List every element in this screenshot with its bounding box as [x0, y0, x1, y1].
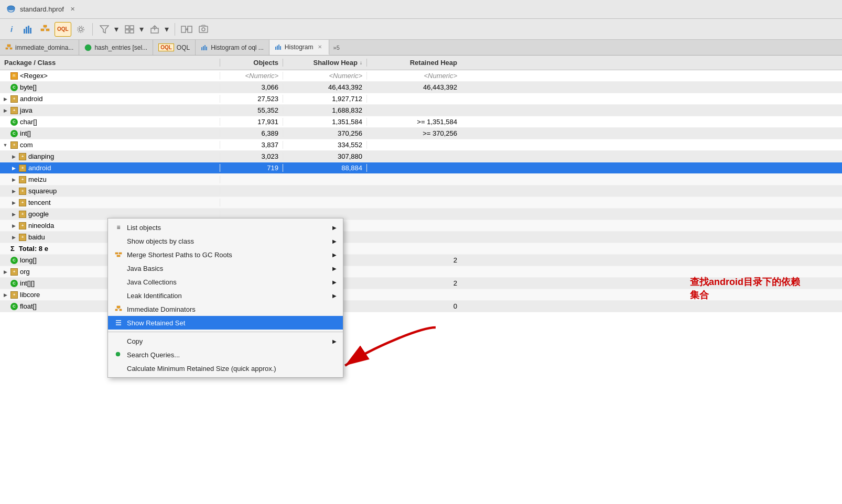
svg-rect-35: [115, 253, 118, 254]
expand-btn[interactable]: ▼: [2, 142, 8, 148]
col-header-shallow[interactable]: Shallow Heap ↓: [283, 59, 367, 67]
icon-package: +: [19, 222, 26, 229]
expand-btn[interactable]: ▶: [10, 234, 17, 240]
menu-item-leak-identification[interactable]: Leak Identification ▶: [108, 289, 343, 302]
expand-btn[interactable]: ▶: [2, 107, 8, 114]
table-row[interactable]: ▶ + tencent: [0, 197, 842, 209]
cell-objects: <Numeric>: [220, 72, 283, 80]
menu-arrow: ▶: [332, 252, 337, 258]
menu-icon-list: ≡: [114, 223, 123, 232]
cell-shallow: 1,688,832: [283, 106, 367, 114]
cell-objects: 55,352: [220, 106, 283, 114]
expand-btn[interactable]: ▶: [10, 223, 17, 229]
menu-label-show-retained: Show Retained Set: [127, 319, 185, 327]
menu-label-show-by-class: Show objects by class: [127, 237, 194, 245]
separator-1: [92, 23, 93, 36]
compare-button[interactable]: [179, 22, 194, 37]
cell-package: ▶ + java: [0, 106, 220, 114]
table-row[interactable]: ▶ + dianping 3,023 307,880: [0, 151, 842, 162]
expand-btn[interactable]: ▶: [10, 188, 17, 194]
export-button[interactable]: [147, 22, 162, 37]
tab-dominator-label: immediate_domina...: [15, 44, 73, 51]
view-button[interactable]: [122, 22, 137, 37]
filter-dropdown[interactable]: ▾: [113, 22, 120, 37]
expand-btn[interactable]: ▶: [2, 96, 8, 102]
icon-package: +: [19, 165, 26, 172]
table-row[interactable]: C int[] 6,389 370,256 >= 370,256: [0, 128, 842, 139]
title-close[interactable]: ✕: [68, 5, 77, 14]
snapshot-button[interactable]: [196, 22, 211, 37]
svg-rect-31: [275, 47, 276, 50]
menu-item-copy[interactable]: Copy ▶: [108, 334, 343, 348]
menu-icon-leak: [114, 291, 123, 300]
col-header-retained[interactable]: Retained Heap: [367, 59, 461, 67]
icon-class-green: C: [10, 280, 18, 287]
tabs-bar: immediate_domina... hash_entries [sel...…: [0, 40, 842, 56]
expand-btn[interactable]: ▶: [2, 292, 8, 298]
col-header-objects[interactable]: Objects: [220, 59, 283, 67]
table-row[interactable]: ▶ + java 55,352 1,688,832: [0, 105, 842, 116]
menu-item-calc-retained[interactable]: Calculate Minimum Retained Size (quick a…: [108, 361, 343, 375]
tab-histogram-oql[interactable]: Histogram of oql ...: [196, 40, 269, 55]
oql-button[interactable]: OQL: [55, 22, 71, 37]
table-row[interactable]: ▼ + com 3,837 334,552: [0, 139, 842, 151]
table-row[interactable]: C char[] 17,931 1,351,584 >= 1,351,584: [0, 116, 842, 128]
svg-rect-32: [277, 46, 278, 50]
tab-histogram-close[interactable]: ✕: [316, 43, 323, 50]
tab-hash[interactable]: hash_entries [sel...: [79, 40, 153, 55]
dominator-button[interactable]: [38, 22, 52, 37]
menu-item-list-objects[interactable]: ≡ List objects ▶: [108, 221, 343, 234]
svg-rect-37: [117, 255, 120, 257]
table-row[interactable]: C byte[] 3,066 46,443,392 46,443,392: [0, 82, 842, 93]
expand-btn[interactable]: ▶: [2, 269, 8, 275]
menu-item-immediate-dominators[interactable]: Immediate Dominators: [108, 302, 343, 316]
title-filename: standard.hprof: [20, 5, 64, 13]
svg-rect-18: [181, 26, 186, 32]
svg-rect-6: [44, 25, 47, 27]
cell-shallow: 334,552: [283, 141, 367, 149]
menu-arrow: ▶: [332, 338, 337, 344]
cell-shallow: 46,443,392: [283, 83, 367, 91]
svg-rect-34: [280, 46, 281, 50]
cell-retained: >= 370,256: [367, 129, 461, 137]
expand-btn[interactable]: ▶: [10, 154, 17, 160]
menu-item-java-basics[interactable]: Java Basics ▶: [108, 261, 343, 275]
view-dropdown[interactable]: ▾: [138, 22, 145, 37]
svg-rect-22: [7, 45, 10, 47]
menu-item-java-collections[interactable]: Java Collections ▶: [108, 275, 343, 289]
table-row[interactable]: ▶ + squareup: [0, 185, 842, 197]
histogram-button[interactable]: [21, 22, 36, 37]
tab-dominator[interactable]: immediate_domina...: [0, 40, 79, 55]
expand-btn[interactable]: ▶: [10, 211, 17, 217]
expand-btn[interactable]: ▶: [10, 177, 17, 183]
tab-oql[interactable]: OQL OQL: [153, 40, 196, 55]
svg-marker-12: [100, 26, 109, 33]
tab-more[interactable]: »5: [329, 40, 344, 55]
table-header: Package / Class Objects Shallow Heap ↓ R…: [0, 56, 842, 70]
tab-histogram[interactable]: Histogram ✕: [269, 40, 329, 55]
cell-objects: 3,023: [220, 152, 283, 160]
expand-btn[interactable]: ▶: [10, 165, 17, 171]
filter-button[interactable]: [97, 22, 112, 37]
cell-package: ▼ + com: [0, 141, 220, 149]
icon-class-green: C: [10, 84, 18, 91]
export-dropdown[interactable]: ▾: [163, 22, 170, 37]
expand-btn[interactable]: ▶: [10, 200, 17, 206]
table-row[interactable]: ▶ + meizu: [0, 174, 842, 185]
annotation-line1: 查找android目录下的依赖: [690, 277, 800, 287]
table-row-selected[interactable]: ▶ + android 719 88,884: [0, 162, 842, 174]
svg-rect-8: [41, 29, 44, 31]
sigma-icon: Σ: [10, 245, 15, 253]
table-row[interactable]: R <Regex> <Numeric> <Numeric> <Numeric>: [0, 70, 842, 82]
app-icon: [6, 5, 16, 14]
menu-item-search-queries[interactable]: Search Queries...: [108, 348, 343, 361]
svg-rect-19: [188, 26, 192, 32]
info-button[interactable]: i: [4, 22, 19, 37]
cell-retained: 46,443,392: [367, 83, 461, 91]
menu-item-show-by-class[interactable]: Show objects by class ▶: [108, 234, 343, 248]
menu-item-merge-shortest[interactable]: Merge Shortest Paths to GC Roots ▶: [108, 248, 343, 261]
menu-item-show-retained-set[interactable]: Show Retained Set: [108, 316, 343, 330]
cell-package: ▶ + meizu: [0, 176, 220, 183]
settings-button[interactable]: [73, 22, 88, 37]
table-row[interactable]: ▶ + android 27,523 1,927,712: [0, 93, 842, 105]
